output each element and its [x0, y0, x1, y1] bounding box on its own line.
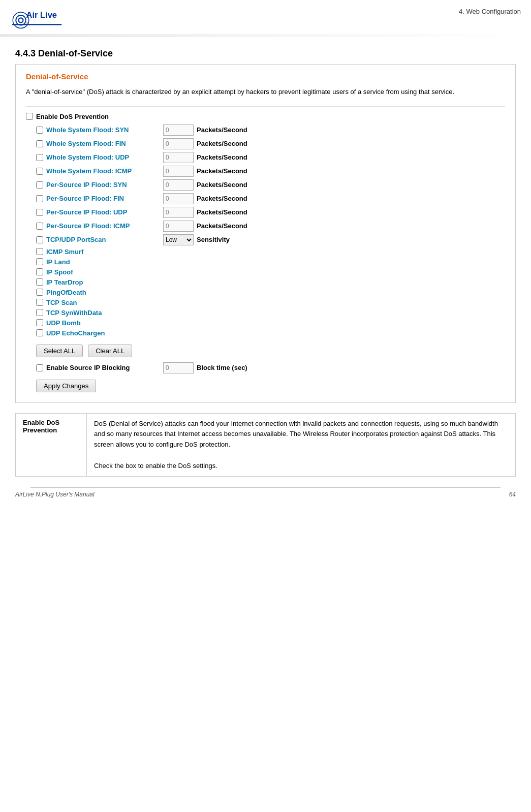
option-row-icmp-smurf: ICMP Smurf — [36, 248, 505, 256]
separator-line — [26, 106, 505, 107]
option-row-udp-bomb: UDP Bomb — [36, 319, 505, 327]
sensitivity-select[interactable]: Low Medium High — [163, 234, 194, 245]
unit-per-syn: Packets/Second — [197, 181, 247, 189]
option-row-ip-land: IP Land — [36, 258, 505, 266]
option-row-per-fin: Per-Source IP Flood: FIN Packets/Second — [36, 193, 505, 204]
checkbox-udp-bomb[interactable] — [36, 319, 43, 326]
option-row-portscan: TCP/UDP PortScan Low Medium High Sensiti… — [36, 234, 505, 245]
label-ip-land: IP Land — [46, 258, 163, 266]
unit-per-fin: Packets/Second — [197, 195, 247, 202]
label-tcp-synwithdata: TCP SynWithData — [46, 309, 163, 317]
footer-area: AirLive N.Plug User's Manual 64 — [0, 487, 531, 501]
option-row-whole-udp: Whole System Flood: UDP Packets/Second — [36, 152, 505, 163]
page-header: Air Live ® 4. Web Configuration — [0, 0, 531, 33]
airlive-logo: Air Live ® — [10, 5, 71, 33]
checkbox-whole-syn[interactable] — [36, 127, 43, 134]
label-per-icmp: Per-Source IP Flood: ICMP — [46, 222, 163, 230]
checkbox-whole-udp[interactable] — [36, 154, 43, 161]
label-icmp-smurf: ICMP Smurf — [46, 248, 163, 256]
checkbox-ip-teardrop[interactable] — [36, 278, 43, 286]
apply-row: Apply Changes — [36, 380, 505, 392]
section-title-area: 4.4.3 Denial-of-Service — [0, 38, 531, 64]
input-whole-syn[interactable] — [163, 124, 194, 136]
unit-whole-syn: Packets/Second — [197, 126, 247, 134]
info-table-left-cell: Enable DoS Prevention — [16, 413, 87, 477]
input-whole-udp[interactable] — [163, 152, 194, 163]
clear-all-button[interactable]: Clear ALL — [88, 345, 132, 357]
checkbox-whole-fin[interactable] — [36, 140, 43, 147]
option-row-whole-fin: Whole System Flood: FIN Packets/Second — [36, 138, 505, 149]
unit-whole-udp: Packets/Second — [197, 153, 247, 161]
source-ip-row: Enable Source IP Blocking Block time (se… — [36, 362, 505, 373]
unit-whole-icmp: Packets/Second — [197, 167, 247, 175]
unit-whole-fin: Packets/Second — [197, 140, 247, 147]
input-per-udp[interactable] — [163, 207, 194, 218]
checkbox-portscan[interactable] — [36, 236, 43, 243]
label-udp-bomb: UDP Bomb — [46, 319, 163, 327]
footer-text: AirLive N.Plug User's Manual — [15, 491, 95, 498]
checkbox-tcp-scan[interactable] — [36, 299, 43, 306]
enable-dos-row: Enable DoS Prevention — [26, 113, 505, 120]
label-udp-echochargen: UDP EchoChargen — [46, 329, 163, 337]
logo-area: Air Live ® — [10, 5, 71, 33]
enable-dos-checkbox[interactable] — [26, 113, 33, 120]
input-per-syn[interactable] — [163, 179, 194, 191]
label-whole-udp: Whole System Flood: UDP — [46, 153, 163, 161]
label-ip-spoof: IP Spoof — [46, 268, 163, 276]
apply-changes-button[interactable]: Apply Changes — [36, 380, 96, 392]
option-row-tcp-synwithdata: TCP SynWithData — [36, 309, 505, 317]
option-row-per-icmp: Per-Source IP Flood: ICMP Packets/Second — [36, 221, 505, 232]
option-row-per-udp: Per-Source IP Flood: UDP Packets/Second — [36, 207, 505, 218]
label-source-ip-blocking: Enable Source IP Blocking — [46, 364, 163, 371]
checkbox-udp-echochargen[interactable] — [36, 329, 43, 336]
unit-portscan: Sensitivity — [197, 236, 230, 243]
checkbox-pingofdeath[interactable] — [36, 289, 43, 296]
checkbox-source-ip-blocking[interactable] — [36, 364, 43, 371]
option-row-ip-spoof: IP Spoof — [36, 268, 505, 276]
option-row-pingofdeath: PingOfDeath — [36, 289, 505, 296]
option-row-tcp-scan: TCP Scan — [36, 299, 505, 306]
dos-panel: Denial-of-Service A "denial-of-service" … — [15, 64, 516, 403]
label-whole-fin: Whole System Flood: FIN — [46, 140, 163, 147]
option-row-udp-echochargen: UDP EchoChargen — [36, 329, 505, 337]
svg-rect-5 — [12, 24, 62, 25]
unit-per-udp: Packets/Second — [197, 208, 247, 216]
label-whole-syn: Whole System Flood: SYN — [46, 126, 163, 134]
input-whole-icmp[interactable] — [163, 166, 194, 177]
svg-point-1 — [16, 15, 26, 25]
action-buttons-row: Select ALL Clear ALL — [36, 345, 505, 357]
checkbox-per-udp[interactable] — [36, 209, 43, 216]
checkbox-tcp-synwithdata[interactable] — [36, 309, 43, 316]
info-table-right-cell: DoS (Denial of Service) attacks can floo… — [87, 413, 516, 477]
checkbox-ip-land[interactable] — [36, 258, 43, 265]
option-row-ip-teardrop: IP TearDrop — [36, 278, 505, 286]
footer-page-number: 64 — [509, 491, 516, 498]
header-page-title: 4. Web Configuration — [459, 8, 521, 15]
label-per-syn: Per-Source IP Flood: SYN — [46, 181, 163, 189]
unit-per-icmp: Packets/Second — [197, 222, 247, 230]
block-time-input[interactable] — [163, 362, 194, 373]
info-table-row: Enable DoS Prevention DoS (Denial of Ser… — [16, 413, 516, 477]
section-title: 4.4.3 Denial-of-Service — [15, 48, 516, 59]
checkbox-icmp-smurf[interactable] — [36, 248, 43, 255]
description-text: A "denial-of-service" (DoS) attack is ch… — [26, 87, 505, 97]
svg-point-0 — [19, 18, 23, 22]
checkbox-whole-icmp[interactable] — [36, 168, 43, 175]
checkbox-per-icmp[interactable] — [36, 223, 43, 230]
option-row-per-syn: Per-Source IP Flood: SYN Packets/Second — [36, 179, 505, 191]
info-para-2: Check the box to enable the DoS settings… — [94, 461, 508, 472]
input-per-icmp[interactable] — [163, 221, 194, 232]
label-per-udp: Per-Source IP Flood: UDP — [46, 208, 163, 216]
option-row-whole-icmp: Whole System Flood: ICMP Packets/Second — [36, 166, 505, 177]
label-per-fin: Per-Source IP Flood: FIN — [46, 195, 163, 202]
svg-text:Air Live: Air Live — [26, 10, 57, 19]
input-per-fin[interactable] — [163, 193, 194, 204]
main-content: Denial-of-Service A "denial-of-service" … — [0, 64, 531, 477]
select-all-button[interactable]: Select ALL — [36, 345, 83, 357]
checkbox-ip-spoof[interactable] — [36, 268, 43, 275]
label-whole-icmp: Whole System Flood: ICMP — [46, 167, 163, 175]
checkbox-per-syn[interactable] — [36, 181, 43, 189]
input-whole-fin[interactable] — [163, 138, 194, 149]
label-ip-teardrop: IP TearDrop — [46, 278, 163, 286]
checkbox-per-fin[interactable] — [36, 195, 43, 202]
